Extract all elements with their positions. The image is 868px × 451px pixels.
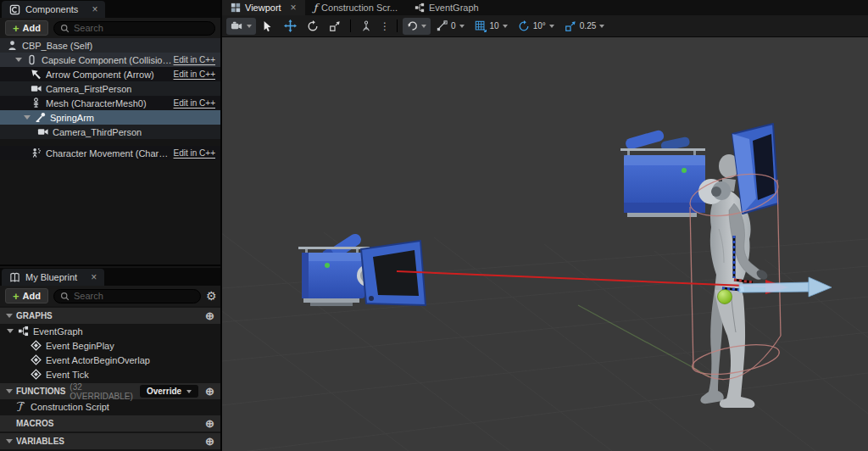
coordinate-system-button[interactable] [403, 18, 431, 35]
close-icon[interactable]: × [291, 2, 297, 14]
event-graph-icon [415, 3, 425, 13]
viewport-toolbar: ⋮ 0 10 10° 0.25 [222, 15, 868, 37]
my-blueprint-panel: My Blueprint × + Add ⚙ GRAPHS ⊕ [0, 268, 220, 451]
close-icon[interactable]: × [91, 272, 97, 282]
rotate-icon [307, 20, 319, 32]
edit-in-cpp-link[interactable]: Edit in C++ [174, 98, 215, 108]
functions-section-header[interactable]: FUNCTIONS (32 OVERRIDABLE) Override ⊕ [0, 383, 220, 399]
edit-in-cpp-link[interactable]: Edit in C++ [174, 70, 215, 79]
pawn-icon [7, 40, 18, 51]
my-blueprint-tabstrip: My Blueprint × [0, 268, 220, 286]
add-macro-icon[interactable]: ⊕ [205, 418, 214, 429]
scale-snap-value: 0.25 [580, 21, 596, 31]
chevron-down-icon[interactable] [7, 329, 14, 333]
override-dropdown[interactable]: Override [140, 385, 198, 398]
components-search[interactable] [53, 21, 215, 36]
event-node-icon [31, 340, 42, 351]
tab-construction-script[interactable]: ƒ Construction Scr... [305, 0, 406, 15]
components-search-input[interactable] [74, 23, 209, 33]
chevron-down-icon [247, 25, 252, 28]
function-icon: ƒ [314, 2, 317, 14]
component-row-capsule[interactable]: Capsule Component (CollisionCylinder) Ed… [0, 53, 220, 67]
components-tab[interactable]: Components × [2, 1, 105, 18]
component-row-character-movement[interactable]: Character Movement (CharMoveComp) Edit i… [0, 146, 220, 160]
more-options-icon[interactable]: ⋮ [378, 20, 392, 32]
my-blueprint-tab[interactable]: My Blueprint × [2, 269, 104, 286]
graph-row-event-tick[interactable]: Event Tick [0, 367, 220, 381]
toolbar-divider [397, 19, 398, 32]
chevron-down-icon [186, 390, 192, 393]
close-icon[interactable]: × [92, 4, 97, 14]
grid-snap-button[interactable]: 10 [470, 18, 512, 35]
move-icon [284, 19, 297, 32]
variables-section-header[interactable]: VARIABLES ⊕ [0, 433, 220, 449]
function-icon: ƒ [15, 401, 26, 412]
viewport-area: Viewport × ƒ Construction Scr... EventGr… [222, 0, 868, 451]
component-row-camera-thirdperson[interactable]: Camera_ThirdPerson [0, 125, 220, 139]
component-row-mesh[interactable]: Mesh (CharacterMesh0) Edit in C++ [0, 96, 220, 110]
gear-icon[interactable]: ⚙ [206, 290, 217, 302]
spring-arm-pivot[interactable] [718, 290, 732, 304]
component-label: CBP_Base (Self) [22, 41, 92, 51]
chevron-down-icon [549, 25, 554, 28]
character-movement-icon [31, 148, 42, 159]
component-row-cbp-base[interactable]: CBP_Base (Self) [0, 38, 220, 53]
graphs-section-header[interactable]: GRAPHS ⊕ [0, 308, 220, 324]
tab-viewport[interactable]: Viewport × [222, 0, 305, 15]
my-blueprint-search-input[interactable] [74, 291, 194, 301]
component-row-camera-firstperson[interactable]: Camera_FirstPerson [0, 81, 220, 96]
components-toolbar: + Add [0, 18, 220, 38]
scale-tool-button[interactable] [325, 18, 345, 35]
search-icon [60, 24, 70, 33]
chevron-down-icon[interactable] [15, 58, 22, 62]
skeletal-mesh-icon [31, 97, 42, 109]
function-row-construction-script[interactable]: ƒ Construction Script [0, 399, 220, 414]
my-blueprint-search[interactable] [53, 289, 201, 303]
scale-snap-icon [565, 20, 576, 32]
tree-gap [0, 139, 220, 146]
chevron-down-icon[interactable] [6, 389, 13, 393]
layer-snap-icon [437, 20, 448, 31]
my-blueprint-tab-label: My Blueprint [25, 272, 77, 282]
editor-document-tabs: Viewport × ƒ Construction Scr... EventGr… [222, 0, 868, 15]
chevron-down-icon[interactable] [6, 314, 13, 318]
rotation-snap-value: 10° [533, 21, 546, 31]
viewport-background [222, 37, 868, 451]
chevron-down-icon[interactable] [6, 439, 13, 443]
graph-row-event-beginplay[interactable]: Event BeginPlay [0, 338, 220, 353]
camera-icon [231, 19, 243, 32]
add-graph-icon[interactable]: ⊕ [205, 310, 214, 321]
graph-row-eventgraph[interactable]: EventGraph [0, 324, 220, 338]
select-tool-button[interactable] [258, 18, 278, 35]
rotation-snap-button[interactable]: 10° [514, 18, 559, 35]
edit-in-cpp-link[interactable]: Edit in C++ [174, 55, 215, 64]
chevron-down-icon[interactable] [24, 115, 31, 120]
tab-eventgraph[interactable]: EventGraph [406, 0, 487, 15]
components-panel-icon [9, 4, 20, 15]
add-function-icon[interactable]: ⊕ [205, 386, 214, 397]
components-tab-label: Components [25, 4, 78, 14]
left-panel-column: Components × + Add CBP_Base (Self) [0, 0, 222, 451]
chevron-down-icon [459, 25, 465, 28]
add-component-button[interactable]: + Add [5, 20, 48, 36]
camera-options-button[interactable] [226, 18, 256, 35]
unreal-blueprint-editor: Components × + Add CBP_Base (Self) [0, 0, 868, 451]
add-variable-icon[interactable]: ⊕ [205, 436, 214, 447]
toolbar-divider [350, 19, 351, 32]
camera-led [325, 263, 330, 268]
component-row-springarm[interactable]: SpringArm [0, 110, 220, 125]
rotate-tool-button[interactable] [303, 18, 323, 35]
scale-snap-button[interactable]: 0.25 [560, 18, 609, 35]
macros-section-header[interactable]: MACROS ⊕ [0, 415, 220, 432]
add-blueprint-item-button[interactable]: + Add [5, 288, 48, 303]
viewport-3d-scene[interactable] [222, 37, 868, 451]
camera-led [682, 168, 687, 173]
move-tool-button[interactable] [280, 18, 301, 35]
graph-row-event-actorbeginoverlap[interactable]: Event ActorBeginOverlap [0, 353, 220, 367]
camera-icon [37, 126, 48, 137]
layer-snap-button[interactable]: 0 [432, 18, 469, 35]
surface-snapping-button[interactable] [356, 18, 376, 35]
edit-in-cpp-link[interactable]: Edit in C++ [174, 148, 215, 158]
component-row-arrow[interactable]: Arrow Component (Arrow) Edit in C++ [0, 67, 220, 81]
search-icon [60, 292, 70, 301]
